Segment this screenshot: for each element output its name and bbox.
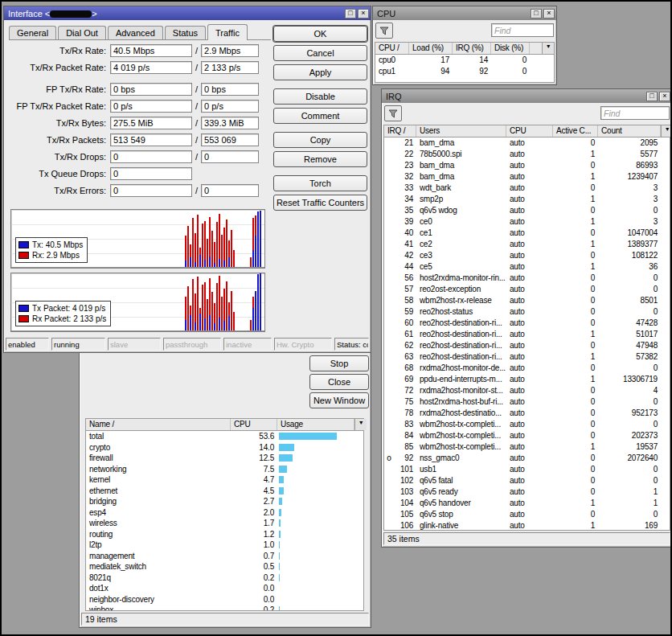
profile-row-dot1x[interactable]: dot1x0.0 — [86, 583, 363, 594]
irq-header-active-c[interactable]: Active C... — [553, 125, 598, 137]
profile-header-cpu[interactable]: CPU — [231, 419, 277, 430]
field-value-tx-rx-bytes-1[interactable]: 339.3 MiB — [201, 117, 259, 129]
irq-row[interactable]: 72rxdma2host-monitor-st...auto04 — [384, 385, 670, 396]
profile-row-mediatek-switch[interactable]: mediatek_switch0.5 — [86, 561, 363, 572]
field-value-fp-tx-rx-rate-0[interactable]: 0 bps — [110, 83, 192, 96]
irq-row[interactable]: 60reo2host-destination-ri...auto047428 — [384, 318, 670, 329]
torch-button[interactable]: Torch — [273, 175, 367, 191]
profile-row-wireless[interactable]: wireless1.7 — [86, 518, 363, 529]
tab-advanced[interactable]: Advanced — [108, 26, 163, 39]
filter-button[interactable] — [384, 105, 402, 121]
maximize-button[interactable]: □ — [646, 92, 658, 101]
cancel-button[interactable]: Cancel — [273, 45, 367, 61]
apply-button[interactable]: Apply — [273, 64, 367, 80]
irq-row[interactable]: 41ce2auto11389377 — [384, 239, 670, 250]
irq-row[interactable]: 23bam_dmaauto086993 — [384, 160, 670, 171]
profile-column-select-button[interactable]: ▼ — [354, 419, 367, 430]
irq-row[interactable]: 101usb1auto00 — [384, 464, 670, 475]
field-value-tx-rx-drops-0[interactable]: 0 — [110, 150, 192, 163]
new-window-button[interactable]: New Window — [309, 392, 369, 408]
irq-row[interactable]: 83wbm2host-tx-completi...auto00 — [384, 419, 670, 430]
irq-row[interactable]: 32bam_dmaauto11239407 — [384, 171, 670, 183]
irq-row[interactable]: 105q6v5 stopauto00 — [384, 509, 670, 520]
irq-row[interactable]: 104q6v5 handoverauto11 — [384, 498, 670, 509]
profile-row-firewall[interactable]: firewall12.5 — [86, 453, 363, 464]
close-button[interactable]: × — [358, 9, 369, 18]
field-value-tx-rx-packet-rate-0[interactable]: 4 019 p/s — [110, 61, 192, 74]
maximize-button[interactable]: □ — [345, 9, 356, 18]
irq-row[interactable]: 85wbm2host-tx-completi...auto119537 — [384, 441, 670, 453]
profile-row-kernel[interactable]: kernel4.7 — [86, 474, 363, 486]
tab-traffic[interactable]: Traffic — [207, 24, 248, 40]
profile-header-usage[interactable]: Usage — [277, 419, 354, 430]
cpu-find-input[interactable] — [491, 23, 554, 37]
irq-row[interactable]: 63reo2host-destination-ri...auto157382 — [384, 351, 670, 363]
field-value-tx-rx-packets-0[interactable]: 513 549 — [110, 133, 192, 146]
irq-row[interactable]: 42ce3auto0108122 — [384, 250, 670, 261]
cpu-row-cpu0[interactable]: cpu017140 — [375, 55, 554, 66]
tab-general[interactable]: General — [9, 26, 56, 39]
profile-row-8021q[interactable]: 8021q0.2 — [86, 572, 363, 584]
irq-header-users[interactable]: Users — [416, 125, 506, 137]
ok-button[interactable]: OK — [273, 26, 367, 42]
profile-header-name[interactable]: Name / — [86, 419, 231, 430]
cpu-row-cpu1[interactable]: cpu194920 — [375, 66, 554, 77]
irq-row[interactable]: 103q6v5 readyauto01 — [384, 486, 670, 498]
field-value-fp-tx-rx-packet-rate-1[interactable]: 0 p/s — [201, 100, 259, 113]
irq-row[interactable]: 61reo2host-destination-ri...auto151017 — [384, 329, 670, 340]
profile-row-networking[interactable]: networking7.5 — [86, 464, 363, 475]
irq-row[interactable]: 75host2rxdma-host-buf-ri...auto00 — [384, 396, 670, 408]
irq-column-select-button[interactable]: ▼ — [661, 125, 672, 137]
irq-row[interactable]: 58wbm2host-rx-releaseauto08501 — [384, 295, 670, 306]
tab-status[interactable]: Status — [165, 26, 206, 39]
irq-row[interactable]: 59reo2host-statusauto00 — [384, 306, 670, 318]
cpu-header-load[interactable]: Load (%) — [409, 43, 453, 54]
irq-row[interactable]: 62reo2host-destination-ri...auto047948 — [384, 340, 670, 351]
irq-row[interactable]: 34smp2pauto13 — [384, 194, 670, 205]
irq-row[interactable]: 40ce1auto01047004 — [384, 228, 670, 239]
irq-row[interactable]: 57reo2ost-exceptionauto00 — [384, 284, 670, 295]
irq-row[interactable]: 69ppdu-end-interrupts-m...auto113306719 — [384, 374, 670, 385]
field-value-tx-rx-packets-1[interactable]: 553 069 — [201, 133, 259, 146]
profile-row-neighbor-discovery[interactable]: neighbor-discovery0.0 — [86, 594, 363, 605]
field-value-tx-rx-errors-0[interactable]: 0 — [110, 184, 192, 197]
profile-row-total[interactable]: total53.6 — [86, 431, 363, 442]
field-value-fp-tx-rx-packet-rate-0[interactable]: 0 p/s — [110, 100, 192, 113]
irq-titlebar[interactable]: IRQ □ × — [382, 89, 672, 103]
irq-row[interactable]: 21bam_dmaauto02095 — [384, 137, 670, 149]
profile-row-ethernet[interactable]: ethernet4.5 — [86, 486, 363, 497]
irq-row[interactable]: 33wdt_barkauto03 — [384, 183, 670, 194]
cpu-header-irq[interactable]: IRQ (%) — [453, 43, 491, 54]
irq-row[interactable]: 84wbm2host-tx-completi...auto0202373 — [384, 430, 670, 441]
irq-row[interactable]: 35q6v5 wdogauto00 — [384, 205, 670, 216]
profile-row-routing[interactable]: routing1.2 — [86, 529, 363, 540]
tab-dial-out[interactable]: Dial Out — [58, 26, 106, 39]
cpu-column-select-button[interactable]: ▼ — [542, 43, 554, 54]
irq-row[interactable]: 106glink-nativeauto1169 — [384, 520, 670, 530]
close-button[interactable]: × — [543, 9, 555, 18]
field-value-fp-tx-rx-rate-1[interactable]: 0 bps — [201, 83, 259, 96]
profile-row-management[interactable]: management0.7 — [86, 551, 363, 562]
irq-row[interactable]: 102q6v5 fatalauto00 — [384, 475, 670, 486]
profile-row-esp4[interactable]: esp42.0 — [86, 507, 363, 519]
irq-find-input[interactable] — [600, 106, 670, 120]
profile-row-bridging[interactable]: bridging2.7 — [86, 496, 363, 507]
interface-titlebar[interactable]: Interface <> □ × — [4, 6, 371, 20]
close-button[interactable]: Close — [309, 374, 369, 390]
disable-button[interactable]: Disable — [273, 88, 367, 105]
cpu-header-cpu[interactable]: CPU / — [375, 43, 409, 54]
irq-row[interactable]: 78rxdma2host-destinatio...auto0952173 — [384, 408, 670, 419]
profile-row-winbox[interactable]: winbox0.2 — [86, 605, 363, 610]
field-value-tx-queue-drops-0[interactable]: 0 — [110, 167, 192, 180]
close-button[interactable]: × — [659, 92, 670, 101]
irq-header-count[interactable]: Count — [598, 125, 661, 137]
irq-row[interactable]: o92nss_gmac0auto02072640 — [384, 453, 670, 464]
maximize-button[interactable]: □ — [531, 9, 542, 18]
comment-button[interactable]: Comment — [273, 108, 367, 124]
irq-header-irq[interactable]: IRQ / — [384, 125, 416, 137]
filter-button[interactable] — [375, 23, 393, 39]
irq-row[interactable]: 68rxdma2host-monitor-de...auto00 — [384, 363, 670, 374]
cpu-header-disk[interactable]: Disk (%) — [491, 43, 530, 54]
irq-row[interactable]: 56host2rxdma-monitor-rin...auto00 — [384, 273, 670, 284]
copy-button[interactable]: Copy — [273, 132, 367, 148]
